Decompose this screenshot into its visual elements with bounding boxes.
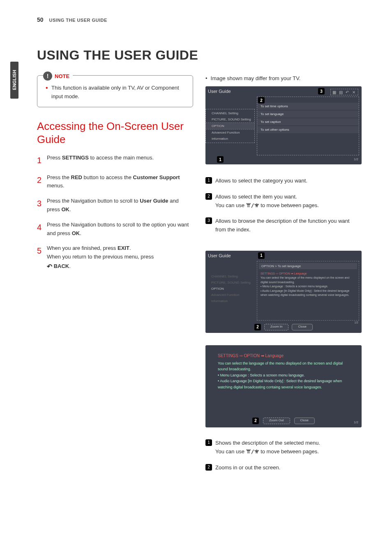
- tv-row-language: To set language: [257, 111, 359, 118]
- step-3: 3 Press the Navigation button to scroll …: [37, 197, 193, 214]
- desc-2: 2 Allows to select the item you want. Yo…: [205, 193, 362, 210]
- badge-2: 2: [205, 464, 212, 471]
- text: Shows the description of the selected me…: [215, 440, 320, 446]
- tv-side-picture-sound: PICTURE, SOUND Setting: [205, 279, 255, 286]
- language-tab: ENGLISH: [10, 62, 18, 99]
- up-down-icon: ꕌ/ꕍ: [246, 448, 259, 455]
- badge-1: 1: [205, 177, 212, 184]
- tv-screenshot-2: User Guide 1 CHANNEL Setting PICTURE, SO…: [205, 251, 362, 333]
- ok-key: OK: [61, 206, 69, 212]
- section-subtitle: Accessing the On-Screen User Guide: [37, 120, 193, 146]
- tv-screenshot-3: SETTINGS ⇨ OPTION ➡ Language You can sel…: [205, 345, 362, 427]
- page-number: 50: [37, 16, 44, 23]
- tv-side-advanced: Advanced Function: [206, 129, 254, 136]
- desc-text: Allows to select the item you want. You …: [215, 193, 319, 210]
- tv-row-caption: To set caption: [257, 118, 359, 125]
- text: Menu Language : Selects a screen menu la…: [262, 285, 328, 288]
- page-title: USING THE USER GUIDE: [37, 48, 367, 63]
- step-number: 5: [37, 244, 47, 272]
- step-body: Press the Navigation button to scroll to…: [47, 197, 193, 214]
- body-line: You can select the language of the menu …: [261, 276, 355, 284]
- back-icon: ↶: [346, 90, 350, 94]
- body-line: • Menu Language : Selects a screen menu …: [261, 284, 355, 289]
- callout-3: 3: [318, 88, 325, 95]
- tv-title: User Guide: [205, 251, 362, 261]
- tv-side-information: Information: [205, 298, 255, 304]
- body-line: You can select the language of the menu …: [218, 360, 349, 372]
- tv-top-icons: ▦ ▤ ↶ ✕: [330, 89, 358, 95]
- image-disclaimer: Image shown may differ from your TV.: [205, 75, 362, 81]
- settings-path: SETTINGS ⇨ OPTION ➡ Language: [261, 272, 355, 276]
- back-key: BACK: [54, 263, 69, 269]
- desc3-1: 1 Shows the description of the selected …: [205, 439, 362, 456]
- step-5: 5 When you are finished, press EXIT. Whe…: [37, 244, 193, 272]
- desc3-2: 2 Zooms in or out the screen.: [205, 464, 362, 472]
- tv-sidebar: CHANNEL Setting PICTURE, SOUND Setting O…: [205, 109, 255, 143]
- user-guide: User Guide: [140, 198, 168, 204]
- text: to move between pages.: [259, 448, 319, 455]
- text: Audio Language [In Digital Mode Only] : …: [218, 379, 342, 389]
- step-1: 1 Press SETTINGS to access the main menu…: [37, 154, 193, 167]
- tv-right-panel: To set time options To set language To s…: [257, 97, 359, 155]
- text: menus.: [47, 182, 65, 189]
- page-header: 50 USING THE USER GUIDE: [37, 16, 367, 23]
- tv2-content: OPTION > To set language SETTINGS ⇨ OPTI…: [257, 261, 359, 321]
- tv-row-other: To set other options: [257, 126, 359, 133]
- list-icon: ▤: [339, 90, 343, 94]
- note-box: ! NOTE This function is available only i…: [37, 75, 193, 107]
- tv2-buttons: 2 Zoom In Close: [205, 324, 362, 330]
- step-number: 3: [37, 197, 47, 214]
- desc-text: Zooms in or out the screen.: [215, 464, 280, 472]
- callout-2: 2: [252, 418, 259, 424]
- text: Audio Language [In Digital Mode Only] : …: [261, 289, 350, 297]
- left-column: ! NOTE This function is available only i…: [37, 75, 193, 479]
- two-column-layout: ! NOTE This function is available only i…: [37, 75, 367, 479]
- red-button: RED: [71, 174, 82, 180]
- text: .: [69, 263, 71, 269]
- step-body: Press SETTINGS to access the main menus.: [47, 154, 154, 167]
- tv2-pathbar: OPTION > To set language: [259, 263, 357, 269]
- body-line: • Menu Language : Selects a screen menu …: [218, 372, 349, 378]
- badge-1: 1: [205, 439, 212, 446]
- tv2-body: SETTINGS ⇨ OPTION ➡ Language You can sel…: [259, 271, 357, 298]
- step-4: 4 Press the Navigation buttons to scroll…: [37, 221, 193, 238]
- tv-side-picture-sound: PICTURE, SOUND Setting: [206, 116, 254, 122]
- step-number: 1: [37, 154, 47, 167]
- tv-side-channel: CHANNEL Setting: [205, 273, 255, 279]
- note-header: ! NOTE: [43, 72, 73, 81]
- tv-row-time: To set time options: [257, 103, 359, 110]
- text: to move between pages.: [259, 202, 319, 208]
- text: .: [69, 206, 71, 212]
- tv-screenshot-1: User Guide ▦ ▤ ↶ ✕ 3 2 1 CHANNEL Setting…: [205, 86, 362, 164]
- text: You can use: [215, 202, 246, 208]
- zoom-out-button: Zoom Out: [263, 418, 290, 424]
- grid-icon: ▦: [332, 90, 337, 94]
- steps-list: 1 Press SETTINGS to access the main menu…: [37, 154, 193, 272]
- customer-support: Customer Support: [133, 174, 180, 180]
- close-button: Close: [292, 324, 312, 330]
- ok-key: OK: [72, 230, 80, 236]
- note-icon: !: [43, 72, 52, 81]
- text: Press the Navigation buttons to scroll t…: [47, 222, 189, 236]
- tv-side-channel: CHANNEL Setting: [206, 110, 254, 116]
- settings-path: SETTINGS ⇨ OPTION ➡ Language: [218, 353, 349, 358]
- settings-key: SETTINGS: [62, 155, 89, 161]
- badge-2: 2: [205, 193, 212, 200]
- tv-side-option: OPTION: [206, 122, 254, 129]
- tv-sidebar: CHANNEL Setting PICTURE, SOUND Setting O…: [205, 273, 255, 304]
- desc-3: 3 Allows to browse the description of th…: [205, 217, 362, 234]
- tv-side-advanced: Advanced Function: [205, 292, 255, 298]
- manual-page: 50 USING THE USER GUIDE ENGLISH USING TH…: [0, 0, 392, 496]
- tv-page-counter: 1/2: [354, 157, 358, 161]
- text: When you are finished, press: [47, 245, 118, 251]
- callout-1: 1: [217, 156, 224, 163]
- step-body: Press the RED button to access the Custo…: [47, 173, 193, 191]
- step-body: When you are finished, press EXIT. When …: [47, 244, 154, 272]
- text: .: [129, 245, 131, 251]
- text: to access the main menus.: [89, 155, 154, 161]
- body-line: • Audio Language [In Digital Mode Only] …: [218, 378, 349, 390]
- desc-text: Shows the description of the selected me…: [215, 439, 320, 456]
- tv3-buttons: 2 Zoom Out Close: [205, 418, 362, 424]
- step-number: 4: [37, 221, 47, 238]
- back-icon: ↶: [47, 261, 52, 272]
